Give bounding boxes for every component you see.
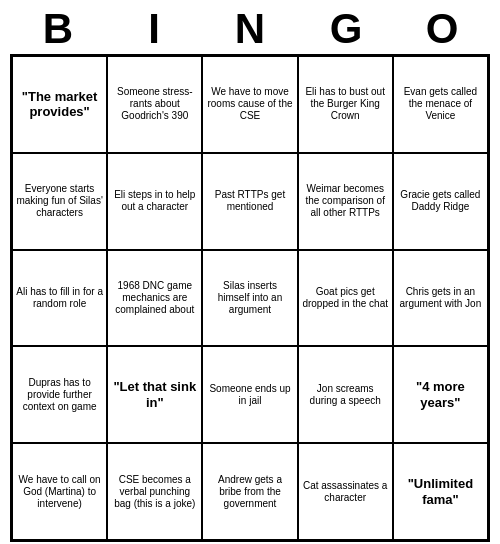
letter-b: B — [14, 8, 102, 50]
bingo-cell-0[interactable]: "The market provides" — [12, 56, 107, 153]
bingo-grid: "The market provides"Someone stress-rant… — [10, 54, 490, 542]
bingo-cell-3[interactable]: Eli has to bust out the Burger King Crow… — [298, 56, 393, 153]
letter-n: N — [206, 8, 294, 50]
bingo-cell-21[interactable]: CSE becomes a verbal punching bag (this … — [107, 443, 202, 540]
bingo-cell-7[interactable]: Past RTTPs get mentioned — [202, 153, 297, 250]
bingo-cell-14[interactable]: Chris gets in an argument with Jon — [393, 250, 488, 347]
bingo-cell-6[interactable]: Eli steps in to help out a character — [107, 153, 202, 250]
bingo-cell-22[interactable]: Andrew gets a bribe from the government — [202, 443, 297, 540]
bingo-cell-15[interactable]: Dupras has to provide further context on… — [12, 346, 107, 443]
bingo-cell-23[interactable]: Cat assassinates a character — [298, 443, 393, 540]
bingo-cell-13[interactable]: Goat pics get dropped in the chat — [298, 250, 393, 347]
bingo-cell-16[interactable]: "Let that sink in" — [107, 346, 202, 443]
letter-g: G — [302, 8, 390, 50]
letter-i: I — [110, 8, 198, 50]
bingo-cell-17[interactable]: Someone ends up in jail — [202, 346, 297, 443]
bingo-cell-11[interactable]: 1968 DNC game mechanics are complained a… — [107, 250, 202, 347]
bingo-cell-4[interactable]: Evan gets called the menace of Venice — [393, 56, 488, 153]
bingo-cell-18[interactable]: Jon screams during a speech — [298, 346, 393, 443]
bingo-cell-19[interactable]: "4 more years" — [393, 346, 488, 443]
bingo-cell-8[interactable]: Weimar becomes the comparison of all oth… — [298, 153, 393, 250]
bingo-header: B I N G O — [10, 0, 490, 54]
bingo-cell-9[interactable]: Gracie gets called Daddy Ridge — [393, 153, 488, 250]
bingo-cell-10[interactable]: Ali has to fill in for a random role — [12, 250, 107, 347]
bingo-cell-12[interactable]: Silas inserts himself into an argument — [202, 250, 297, 347]
bingo-cell-20[interactable]: We have to call on God (Martina) to inte… — [12, 443, 107, 540]
bingo-cell-2[interactable]: We have to move rooms cause of the CSE — [202, 56, 297, 153]
bingo-cell-5[interactable]: Everyone starts making fun of Silas' cha… — [12, 153, 107, 250]
bingo-cell-1[interactable]: Someone stress-rants about Goodrich's 39… — [107, 56, 202, 153]
bingo-cell-24[interactable]: "Unlimited fama" — [393, 443, 488, 540]
letter-o: O — [398, 8, 486, 50]
